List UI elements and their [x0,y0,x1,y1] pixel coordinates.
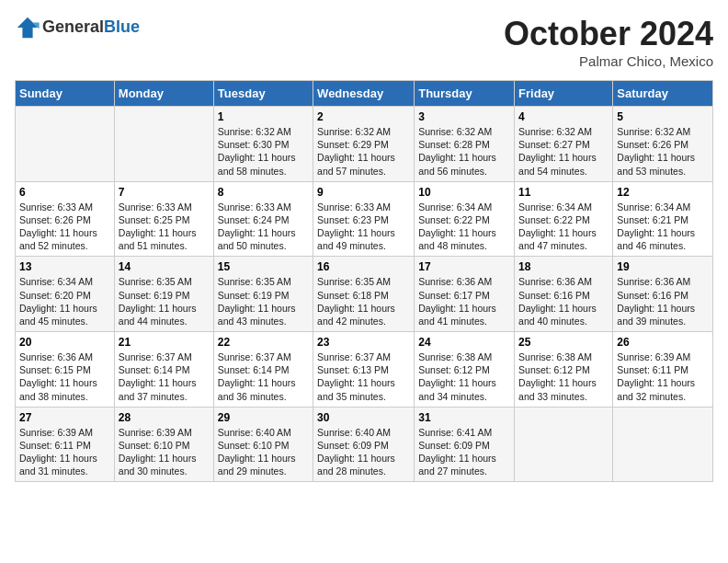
calendar-cell: 9Sunrise: 6:33 AM Sunset: 6:23 PM Daylig… [313,181,415,257]
day-number: 28 [119,411,210,424]
day-info: Sunrise: 6:39 AM Sunset: 6:10 PM Dayligh… [119,426,210,478]
calendar-cell [515,407,613,482]
day-number: 18 [518,260,609,273]
day-info: Sunrise: 6:34 AM Sunset: 6:21 PM Dayligh… [617,201,709,253]
calendar-cell: 10Sunrise: 6:34 AM Sunset: 6:22 PM Dayli… [415,181,515,257]
calendar-cell: 13Sunrise: 6:34 AM Sunset: 6:20 PM Dayli… [16,257,115,332]
calendar-cell: 5Sunrise: 6:32 AM Sunset: 6:26 PM Daylig… [613,107,713,182]
day-info: Sunrise: 6:39 AM Sunset: 6:11 PM Dayligh… [19,426,110,478]
day-number: 31 [418,411,510,424]
day-info: Sunrise: 6:33 AM Sunset: 6:25 PM Dayligh… [119,201,210,253]
weekday-header-monday: Monday [114,81,213,107]
calendar-cell: 16Sunrise: 6:35 AM Sunset: 6:18 PM Dayli… [313,257,415,332]
day-info: Sunrise: 6:32 AM Sunset: 6:30 PM Dayligh… [218,125,309,178]
calendar-cell: 31Sunrise: 6:41 AM Sunset: 6:09 PM Dayli… [415,407,515,482]
calendar-cell: 20Sunrise: 6:36 AM Sunset: 6:15 PM Dayli… [16,332,115,408]
day-info: Sunrise: 6:36 AM Sunset: 6:17 PM Dayligh… [418,275,510,327]
day-info: Sunrise: 6:33 AM Sunset: 6:26 PM Dayligh… [19,201,110,253]
day-number: 4 [518,110,609,123]
day-info: Sunrise: 6:32 AM Sunset: 6:27 PM Dayligh… [518,125,609,178]
svg-marker-0 [17,17,38,38]
calendar-cell: 8Sunrise: 6:33 AM Sunset: 6:24 PM Daylig… [213,181,313,257]
day-info: Sunrise: 6:36 AM Sunset: 6:16 PM Dayligh… [518,275,609,327]
day-info: Sunrise: 6:35 AM Sunset: 6:18 PM Dayligh… [317,275,410,327]
calendar-cell: 6Sunrise: 6:33 AM Sunset: 6:26 PM Daylig… [16,181,115,257]
day-number: 15 [218,260,309,273]
logo-blue-text: Blue [104,17,140,36]
day-number: 3 [418,110,510,123]
day-number: 26 [617,336,709,349]
day-info: Sunrise: 6:37 AM Sunset: 6:13 PM Dayligh… [317,350,410,403]
day-info: Sunrise: 6:32 AM Sunset: 6:28 PM Dayligh… [418,125,510,178]
calendar-cell: 29Sunrise: 6:40 AM Sunset: 6:10 PM Dayli… [213,407,313,482]
calendar-cell: 25Sunrise: 6:38 AM Sunset: 6:12 PM Dayli… [515,332,613,408]
day-number: 27 [19,411,110,424]
day-number: 19 [617,260,709,273]
day-number: 30 [317,411,410,424]
weekday-header-tuesday: Tuesday [213,81,313,107]
day-info: Sunrise: 6:36 AM Sunset: 6:15 PM Dayligh… [19,350,110,403]
calendar-cell: 21Sunrise: 6:37 AM Sunset: 6:14 PM Dayli… [114,332,213,408]
day-info: Sunrise: 6:36 AM Sunset: 6:16 PM Dayligh… [617,275,709,327]
calendar-cell: 22Sunrise: 6:37 AM Sunset: 6:14 PM Dayli… [213,332,313,408]
day-number: 16 [317,260,410,273]
day-number: 23 [317,336,410,349]
page-header: GeneralBlue October 2024 Palmar Chico, M… [15,15,713,69]
calendar-cell: 23Sunrise: 6:37 AM Sunset: 6:13 PM Dayli… [313,332,415,408]
calendar-cell: 19Sunrise: 6:36 AM Sunset: 6:16 PM Dayli… [613,257,713,332]
day-number: 17 [418,260,510,273]
calendar-cell: 18Sunrise: 6:36 AM Sunset: 6:16 PM Dayli… [515,257,613,332]
calendar-cell: 4Sunrise: 6:32 AM Sunset: 6:27 PM Daylig… [515,107,613,182]
day-number: 10 [418,186,510,199]
day-info: Sunrise: 6:35 AM Sunset: 6:19 PM Dayligh… [218,275,309,327]
calendar-cell: 12Sunrise: 6:34 AM Sunset: 6:21 PM Dayli… [613,181,713,257]
day-info: Sunrise: 6:38 AM Sunset: 6:12 PM Dayligh… [518,350,609,403]
day-info: Sunrise: 6:41 AM Sunset: 6:09 PM Dayligh… [418,426,510,478]
calendar-cell: 24Sunrise: 6:38 AM Sunset: 6:12 PM Dayli… [415,332,515,408]
day-number: 9 [317,186,410,199]
calendar-cell: 17Sunrise: 6:36 AM Sunset: 6:17 PM Dayli… [415,257,515,332]
calendar-cell: 11Sunrise: 6:34 AM Sunset: 6:22 PM Dayli… [515,181,613,257]
day-number: 2 [317,110,410,123]
day-number: 25 [518,336,609,349]
week-row-3: 13Sunrise: 6:34 AM Sunset: 6:20 PM Dayli… [16,257,713,332]
day-info: Sunrise: 6:38 AM Sunset: 6:12 PM Dayligh… [418,350,510,403]
calendar-cell: 3Sunrise: 6:32 AM Sunset: 6:28 PM Daylig… [415,107,515,182]
month-title: October 2024 [504,15,713,53]
day-number: 24 [418,336,510,349]
location-subtitle: Palmar Chico, Mexico [504,53,713,69]
calendar-cell: 26Sunrise: 6:39 AM Sunset: 6:11 PM Dayli… [613,332,713,408]
week-row-1: 1Sunrise: 6:32 AM Sunset: 6:30 PM Daylig… [16,107,713,182]
day-number: 29 [218,411,309,424]
day-info: Sunrise: 6:39 AM Sunset: 6:11 PM Dayligh… [617,350,709,403]
day-info: Sunrise: 6:34 AM Sunset: 6:22 PM Dayligh… [518,201,609,253]
calendar-cell: 15Sunrise: 6:35 AM Sunset: 6:19 PM Dayli… [213,257,313,332]
day-number: 13 [19,260,110,273]
calendar-cell: 14Sunrise: 6:35 AM Sunset: 6:19 PM Dayli… [114,257,213,332]
calendar-cell: 1Sunrise: 6:32 AM Sunset: 6:30 PM Daylig… [213,107,313,182]
day-number: 11 [518,186,609,199]
day-number: 12 [617,186,709,199]
weekday-header-thursday: Thursday [415,81,515,107]
day-info: Sunrise: 6:34 AM Sunset: 6:20 PM Dayligh… [19,275,110,327]
calendar-cell [16,107,115,182]
logo: GeneralBlue [15,15,140,40]
day-number: 6 [19,186,110,199]
day-info: Sunrise: 6:34 AM Sunset: 6:22 PM Dayligh… [418,201,510,253]
week-row-5: 27Sunrise: 6:39 AM Sunset: 6:11 PM Dayli… [16,407,713,482]
calendar-cell: 7Sunrise: 6:33 AM Sunset: 6:25 PM Daylig… [114,181,213,257]
day-info: Sunrise: 6:37 AM Sunset: 6:14 PM Dayligh… [119,350,210,403]
day-info: Sunrise: 6:37 AM Sunset: 6:14 PM Dayligh… [218,350,309,403]
day-number: 1 [218,110,309,123]
calendar-cell [114,107,213,182]
day-info: Sunrise: 6:33 AM Sunset: 6:24 PM Dayligh… [218,201,309,253]
week-row-2: 6Sunrise: 6:33 AM Sunset: 6:26 PM Daylig… [16,181,713,257]
week-row-4: 20Sunrise: 6:36 AM Sunset: 6:15 PM Dayli… [16,332,713,408]
day-number: 8 [218,186,309,199]
day-number: 7 [119,186,210,199]
day-number: 22 [218,336,309,349]
calendar-table: SundayMondayTuesdayWednesdayThursdayFrid… [15,80,713,482]
logo-icon [15,15,40,40]
day-number: 14 [119,260,210,273]
calendar-cell: 2Sunrise: 6:32 AM Sunset: 6:29 PM Daylig… [313,107,415,182]
